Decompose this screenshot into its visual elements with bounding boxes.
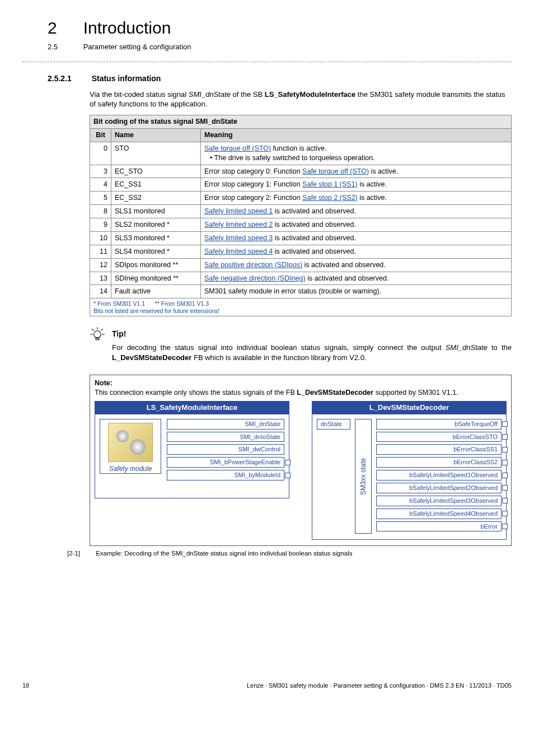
port-berrorclassss2: bErrorClassSS2 [376,457,502,468]
port-smi-dniostate: SMI_dnIoState [167,432,284,442]
port-bsafetorqueoff: bSafeTorqueOff [376,419,502,430]
port-bsls4observed: bSafelyLimitedSpeed4Observed [376,508,502,519]
subsection-number: 2.5.2.1 [48,73,90,84]
link-sls1[interactable]: Safely limited speed 1 [204,207,273,215]
fb-right-title: L_DevSMStateDecoder [312,401,507,414]
bit-coding-table: Bit coding of the status signal SMI_dnSt… [90,115,512,316]
connection-diagram: LS_SafetyModuleInterface Safety module S… [95,401,507,540]
link-sls2[interactable]: Safely limited speed 2 [204,221,273,228]
table-caption-row: Bit coding of the status signal SMI_dnSt… [90,115,512,129]
port-smi-bpowerstageenable: SMI_bPowerStageEnable [167,457,284,468]
section-number: 2.5 [48,42,81,52]
fb-right-block: L_DevSMStateDecoder dnState SM3xx state … [312,401,507,540]
svg-point-5 [94,331,101,338]
link-sls4[interactable]: Safely limited speed 4 [204,248,273,255]
subsection-heading: 2.5.2.1 Status information [48,73,512,84]
tip-block: Tip! For decoding the status signal into… [90,326,512,362]
table-footnote: * From SM301 V1.1 ** From SM301 V1.3 Bit… [90,298,512,316]
port-smi-dnstate: SMI_dnState [167,419,284,430]
table-row: 11 SLS4 monitored * Safely limited speed… [90,245,512,258]
link-sdineg[interactable]: Safe negative direction (SDIneg) [204,274,306,282]
fb-left-title: LS_SafetyModuleInterface [95,401,289,414]
intro-paragraph: Via the bit-coded status signal SMI_dnSt… [90,90,512,109]
safety-module-box: Safety module [100,419,161,474]
fb-right-ports: bSafeTorqueOff bErrorClassSTO bErrorClas… [376,419,502,534]
footer-text: Lenze · SM301 safety module · Parameter … [247,682,512,690]
fb-right-input-col: dnState [317,419,350,534]
port-berrorclasssto: bErrorClassSTO [376,432,502,442]
chapter-title: Introduction [83,17,171,40]
table-row: 3 EC_STO Error stop category 0: Function… [90,165,512,178]
subsection-title: Status information [92,73,161,84]
svg-line-2 [101,329,103,332]
lightbulb-icon [90,326,105,342]
table-row: 13 SDIneg monitored ** Safe negative dir… [90,272,512,285]
section-title: Parameter setting & configuration [83,42,191,52]
link-sls3[interactable]: Safely limited speed 3 [204,234,273,242]
link-sto-2[interactable]: Safe torque off (STO) [302,167,369,175]
page-header: 2 Introduction 2.5 Parameter setting & c… [48,17,512,52]
link-sto[interactable]: Safe torque off (STO) [204,144,271,152]
port-berror: bError [376,521,502,532]
table-row: 9 SLS2 monitored * Safely limited speed … [90,218,512,232]
port-bsls1observed: bSafelyLimitedSpeed1Observed [376,470,502,480]
link-ss1[interactable]: Safe stop 1 (SS1) [302,180,358,188]
svg-line-1 [92,329,94,332]
page-footer: 18 Lenze · SM301 safety module · Paramet… [22,682,512,690]
divider [22,62,512,62]
port-dnstate: dnState [317,419,350,430]
fb-left-block: LS_SafetyModuleInterface Safety module S… [95,401,289,498]
sm3xx-state-box: SM3xx state [355,419,372,534]
port-bsls3observed: bSafelyLimitedSpeed3Observed [376,496,502,506]
tip-text: For decoding the status signal into indi… [112,343,512,362]
port-smi-bymoduleid: SMI_byModuleId [167,470,284,480]
note-label: Note: [95,379,113,387]
figure-caption: [2-1] Example: Decoding of the SMI_dnSta… [67,549,512,558]
page-number: 18 [22,682,29,690]
table-row: 5 EC_SS2 Error stop category 2: Function… [90,192,512,205]
note-box: Note: This connection example only shows… [90,375,512,546]
safety-module-image [108,423,153,462]
table-row: 10 SLS3 monitored * Safely limited speed… [90,231,512,245]
fb-left-ports: SMI_dnState SMI_dnIoState SMI_dwControl … [167,419,284,483]
table-row: 12 SDIpos monitored ** Safe positive dir… [90,258,512,272]
table-row: 0 STO Safe torque off (STO) function is … [90,142,512,165]
port-bsls2observed: bSafelyLimitedSpeed2Observed [376,483,502,493]
port-berrorclassss1: bErrorClassSS1 [376,444,502,455]
link-ss2[interactable]: Safe stop 2 (SS2) [302,194,358,202]
table-row: 8 SLS1 monitored Safely limited speed 1 … [90,205,512,218]
link-sdipos[interactable]: Safe positive direction (SDIpos) [204,261,302,269]
table-row: 14 Fault active SM301 safety module in e… [90,285,512,298]
table-row: 4 EC_SS1 Error stop category 1: Function… [90,178,512,192]
table-header-row: Bit Name Meaning [90,128,512,142]
tip-label: Tip! [112,329,512,339]
note-text: This connection example only shows the s… [95,389,458,396]
port-smi-dwcontrol: SMI_dwControl [167,444,284,455]
chapter-number: 2 [48,17,81,40]
